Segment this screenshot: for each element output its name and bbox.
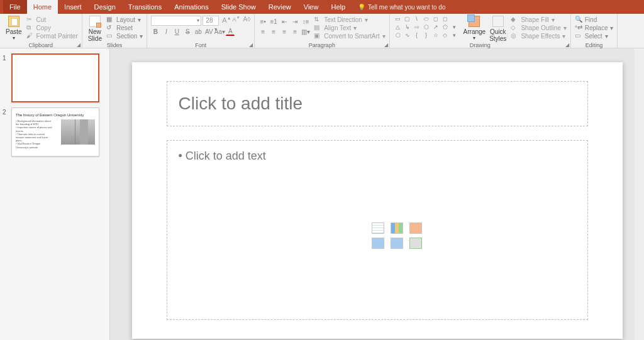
italic-button[interactable]: I [162,27,170,36]
group-label: Drawing [390,42,570,48]
cut-icon: ✂ [26,16,34,23]
tab-home[interactable]: Home [27,0,58,14]
group-label: Clipboard [0,42,82,48]
reset-button[interactable]: ↺Reset [106,24,143,31]
vertical-scrollbar[interactable] [635,48,644,340]
tab-view[interactable]: View [297,0,325,14]
select-icon: ▭ [575,32,582,40]
slide-1: Click to add title Click to add text [132,62,623,339]
tab-help[interactable]: Help [325,0,352,14]
title-placeholder-text: Click to add title [179,94,303,114]
title-placeholder[interactable]: Click to add title [167,81,588,126]
underline-button[interactable]: U [172,27,181,36]
format-painter-button[interactable]: 🖌Format Painter [26,32,78,40]
font-name-combo[interactable] [151,16,201,26]
replace-icon: ᵃ⇄ [575,24,582,31]
insert-chart-icon[interactable] [391,222,403,234]
insert-online-picture-icon[interactable] [391,238,403,249]
font-size-combo[interactable]: 28 [203,16,219,26]
align-text-icon: ▤ [314,24,321,31]
insert-smartart-icon[interactable] [409,222,422,234]
find-button[interactable]: 🔍Find [575,16,614,23]
slide-canvas-area[interactable]: Click to add title Click to add text [110,48,644,340]
cut-button[interactable]: ✂Cut [26,16,78,23]
numbering-button[interactable]: ≡1 [269,17,278,26]
lightbulb-icon: 💡 [358,4,365,11]
copy-button[interactable]: ⧉Copy [26,24,78,31]
tab-review[interactable]: Review [262,0,297,14]
columns-button[interactable]: ▥▾ [301,27,310,36]
shape-gallery[interactable]: ▭▢\⬭◻◻ △↳⇨⬡↗⬠▾ ⬡∿{}☆◇▾ [394,16,459,41]
shape-fill-button[interactable]: ◆Shape Fill ▾ [511,16,566,23]
section-button[interactable]: ▭Section ▾ [106,32,143,40]
group-drawing: ▭▢\⬭◻◻ △↳⇨⬡↗⬠▾ ⬡∿{}☆◇▾ Arrange▾ Quick St… [390,14,571,48]
bold-button[interactable]: B [151,27,160,36]
paragraph-launcher[interactable]: ◢ [384,42,388,48]
tab-animations[interactable]: Animations [168,0,214,14]
quick-styles-button[interactable]: Quick Styles [487,16,508,41]
group-label: Editing [571,42,618,48]
align-right-button[interactable]: ≡ [280,27,289,36]
justify-button[interactable]: ≡ [291,27,299,36]
tab-file[interactable]: File [3,0,27,14]
line-spacing-button[interactable]: ↕≡ [301,17,310,26]
thumb2-image [61,119,95,145]
grow-font-button[interactable]: A▲ [222,16,231,26]
indent-decrease-button[interactable]: ⇤ [280,17,289,26]
strikethrough-button[interactable]: S [183,27,192,36]
clear-formatting-button[interactable]: A◊ [243,16,251,26]
group-clipboard: Paste ▾ ✂Cut ⧉Copy 🖌Format Painter Clipb… [0,14,82,48]
shape-outline-button[interactable]: ◇Shape Outline ▾ [511,24,566,31]
bullets-button[interactable]: ≡• [258,17,267,26]
thumb2-title: The history of Eastern Oregon University [16,113,84,117]
arrange-icon [469,16,480,27]
group-slides: New Slide ▦Layout ▾ ↺Reset ▭Section ▾ Sl… [82,14,148,48]
shrink-font-button[interactable]: A▼ [233,16,240,26]
new-slide-button[interactable]: New Slide [86,16,104,41]
paste-button[interactable]: Paste ▾ [4,16,24,41]
align-text-button[interactable]: ▤Align Text ▾ [314,24,385,31]
tell-me-search[interactable]: 💡Tell me what you want to do [358,4,445,11]
text-direction-button[interactable]: ⇅Text Direction ▾ [314,16,385,23]
content-placeholder-text: Click to add text [179,150,576,163]
insert-video-icon[interactable] [409,238,422,249]
thumbnail-slide-2[interactable]: The history of Eastern Oregon University… [11,107,99,156]
thumbnail-slide-1[interactable] [11,53,99,102]
ribbon-tabs: File Home Insert Design Transitions Anim… [0,0,644,14]
char-spacing-button[interactable]: AV [204,27,213,36]
tab-insert[interactable]: Insert [58,0,88,14]
replace-button[interactable]: ᵃ⇄Replace ▾ [575,24,614,31]
indent-increase-button[interactable]: ⇥ [291,17,299,26]
clipboard-launcher[interactable]: ◢ [77,42,80,48]
group-paragraph: ≡• ≡1 ⇤ ⇥ ↕≡ ≡ ≡ ≡ ≡ ▥▾ ⇅Text Direction … [255,14,389,48]
shadow-button[interactable]: ab [194,27,203,36]
tab-design[interactable]: Design [88,0,122,14]
find-icon: 🔍 [575,16,582,23]
insert-table-icon[interactable] [372,222,384,234]
font-color-button[interactable]: A [226,27,235,36]
layout-button[interactable]: ▦Layout ▾ [106,16,143,23]
align-left-button[interactable]: ≡ [258,27,267,36]
quick-styles-icon [492,16,504,27]
insert-content-icons [362,222,431,253]
content-placeholder[interactable]: Click to add text [167,140,588,320]
insert-picture-icon[interactable] [372,238,384,249]
tab-slideshow[interactable]: Slide Show [215,0,262,14]
copy-icon: ⧉ [26,24,34,31]
layout-icon: ▦ [106,16,114,23]
new-slide-icon [89,16,101,27]
arrange-button[interactable]: Arrange▾ [462,16,488,41]
shape-effects-button[interactable]: ◎Shape Effects ▾ [511,32,566,40]
thumb-number: 1 [3,53,11,102]
group-label: Paragraph [255,42,389,48]
align-center-button[interactable]: ≡ [269,27,278,36]
font-launcher[interactable]: ◢ [249,42,253,48]
slide-thumbnail-panel: 1 2 The history of Eastern Oregon Univer… [0,48,110,340]
convert-smartart-button[interactable]: ▣Convert to SmartArt ▾ [314,32,385,40]
drawing-launcher[interactable]: ◢ [565,42,569,48]
paste-icon [8,16,19,27]
select-button[interactable]: ▭Select ▾ [575,32,614,40]
shape-effects-icon: ◎ [511,32,518,40]
tab-transitions[interactable]: Transitions [122,0,168,14]
text-direction-icon: ⇅ [314,16,321,23]
